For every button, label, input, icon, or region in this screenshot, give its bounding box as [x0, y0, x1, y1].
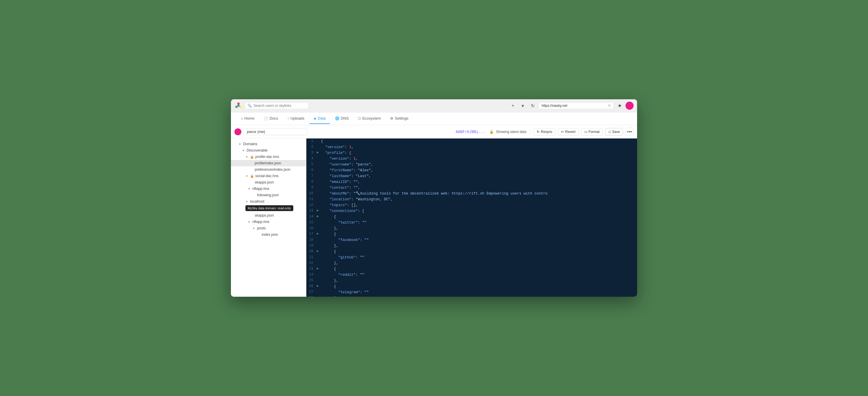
line-content[interactable]: }: [321, 295, 635, 297]
search-input[interactable]: [253, 104, 306, 108]
user-selector[interactable]: parox (me): [244, 128, 308, 135]
tree-following[interactable]: following.json: [231, 192, 306, 198]
line-content[interactable]: {: [321, 284, 635, 289]
browser-search-bar[interactable]: 🔍: [245, 102, 309, 109]
line-content[interactable]: "lastName": "Last",: [321, 173, 635, 179]
tree-riftapp-hns[interactable]: ▾ riftapp.hns: [231, 186, 306, 192]
nav-docs[interactable]: 📄 Docs: [260, 113, 282, 124]
line-content[interactable]: "username": "parox",: [321, 162, 635, 168]
tree-domains[interactable]: ▾ Domains: [231, 141, 306, 147]
code-editor[interactable]: 1{2 "version": 1,3▶ "profile": {4 "versi…: [306, 139, 637, 297]
latest-data-badge: Showing latest data: [496, 130, 527, 134]
line-content[interactable]: {: [321, 266, 635, 272]
line-content[interactable]: "telegram": "": [321, 289, 635, 295]
riftapp-hns-label: riftapp.hns: [252, 187, 303, 191]
line-number: 15: [306, 220, 317, 225]
line-content[interactable]: },: [321, 226, 635, 231]
format-label: Format: [589, 130, 600, 134]
feed-dac-more-button[interactable]: •••: [297, 206, 303, 211]
riftapp-feed-label: riftapp.hns: [252, 220, 303, 224]
line-number: 3: [306, 150, 317, 155]
data-toolbar: parox (me) AABFrkJBBj... 🔒 Showing lates…: [231, 125, 637, 139]
data-section: parox (me) AABFrkJBBj... 🔒 Showing lates…: [231, 125, 637, 297]
tree-profile-dac[interactable]: ▾ 🔒 profile-dac.hns: [231, 153, 306, 160]
tree-skapps-feed[interactable]: skapps.json: [231, 212, 306, 219]
code-line: 20▶ {: [306, 249, 637, 255]
url-bar[interactable]: https://siasky.net ⇅: [538, 102, 614, 109]
home-icon: ⌂: [241, 116, 243, 120]
line-content[interactable]: {: [321, 139, 635, 144]
tree-localhost[interactable]: ▾ localhost MySky data domain: read-only: [231, 198, 306, 205]
theme-toggle-button[interactable]: ☀: [616, 102, 624, 110]
code-line: 3▶ "profile": {: [306, 150, 637, 156]
line-content[interactable]: "contact": "",: [321, 185, 635, 191]
browser-window: 🔍 + ▾ ↻ https://siasky.net ⇅ ☀ ⌂ Home 📄 …: [231, 99, 637, 297]
line-number: 5: [306, 162, 317, 167]
nav-ecosystem[interactable]: ⬡ Ecosystem: [354, 113, 385, 124]
line-content[interactable]: "github": "": [321, 255, 635, 260]
tree-social-dac[interactable]: ▾ 🔒 social-dac.hns: [231, 173, 306, 179]
tree-profile-index[interactable]: profileIndex.json: [231, 160, 306, 166]
revert-button[interactable]: ↩ Revert: [558, 128, 579, 136]
new-tab-button[interactable]: +: [509, 102, 517, 110]
line-arrow: ▶: [317, 208, 321, 214]
line-number: 10: [306, 191, 317, 196]
line-content[interactable]: "aboutMe": "🔧building tools for the dece…: [321, 191, 635, 197]
line-number: 7: [306, 173, 317, 179]
line-content[interactable]: "topics": [],: [321, 202, 635, 208]
line-number: 22: [306, 260, 317, 266]
refresh-button[interactable]: ↻: [529, 102, 537, 110]
line-content[interactable]: "location": "Washington, DC",: [321, 197, 635, 202]
nav-home[interactable]: ⌂ Home: [237, 113, 258, 124]
line-content[interactable]: },: [321, 278, 635, 284]
resync-button[interactable]: ↻ Resync: [533, 128, 556, 136]
line-number: 26: [306, 284, 317, 289]
line-content[interactable]: "twitter": "": [321, 220, 635, 226]
tree-index[interactable]: index.json: [231, 231, 306, 238]
url-arrows: ⇅: [608, 104, 611, 108]
more-options-button[interactable]: •••: [625, 128, 633, 136]
tree-feed-dac[interactable]: ◈ feed-dac.hns + •••: [231, 205, 306, 212]
dropdown-button[interactable]: ▾: [519, 102, 527, 110]
tree-discoverable[interactable]: ▾ Discoverable: [231, 147, 306, 153]
format-button[interactable]: ▭ Format: [581, 128, 603, 136]
skylink-button[interactable]: AABFrkJBBj...: [454, 128, 487, 135]
line-content[interactable]: {: [321, 249, 635, 255]
nav-dns[interactable]: 🌐 DNS: [331, 113, 353, 124]
nav-settings[interactable]: ⚙ Settings: [386, 113, 412, 124]
line-number: 20: [306, 249, 317, 254]
line-content[interactable]: "version": 1,: [321, 156, 635, 162]
tree-posts[interactable]: ▾ posts: [231, 225, 306, 231]
code-line: 11 "location": "Washington, DC",: [306, 197, 637, 202]
feed-dac-add-button[interactable]: +: [291, 206, 297, 211]
line-content[interactable]: "firstName": "Alex",: [321, 168, 635, 173]
line-content[interactable]: },: [321, 260, 635, 266]
social-dac-label: social-dac.hns: [255, 174, 303, 178]
tree-preferences-index[interactable]: preferencesIndex.json: [231, 166, 306, 173]
tree-skapps-social[interactable]: skapps.json: [231, 179, 306, 186]
code-line: 17▶ {: [306, 231, 637, 237]
line-content[interactable]: "emailID": "",: [321, 179, 635, 185]
resync-icon: ↻: [537, 130, 539, 134]
user-avatar[interactable]: [625, 102, 633, 110]
line-content[interactable]: "reddit": "": [321, 272, 635, 278]
feed-dac-collapse-icon: ◈: [245, 207, 249, 210]
line-number: 18: [306, 237, 317, 243]
nav-data[interactable]: ◈ Data: [310, 113, 330, 124]
line-content[interactable]: {: [321, 214, 635, 220]
code-line: 5 "username": "parox",: [306, 162, 637, 168]
code-line: 13▶ "connections": [: [306, 208, 637, 214]
nav-settings-label: Settings: [395, 116, 408, 120]
line-content[interactable]: {: [321, 231, 635, 237]
line-content[interactable]: "profile": {: [321, 150, 635, 156]
tree-riftapp-feed[interactable]: ▾ riftapp.hns: [231, 219, 306, 225]
line-content[interactable]: },: [321, 243, 635, 249]
line-content[interactable]: "facebook": "": [321, 237, 635, 243]
save-button[interactable]: ◇ Save: [605, 128, 623, 136]
riftapp-feed-collapse-icon: ▾: [247, 220, 251, 224]
index-label: index.json: [262, 232, 303, 236]
line-content[interactable]: "version": 1,: [321, 144, 635, 150]
line-number: 25: [306, 278, 317, 283]
nav-uploads[interactable]: ↑ Uploads: [283, 113, 309, 124]
line-content[interactable]: "connections": [: [321, 208, 635, 214]
